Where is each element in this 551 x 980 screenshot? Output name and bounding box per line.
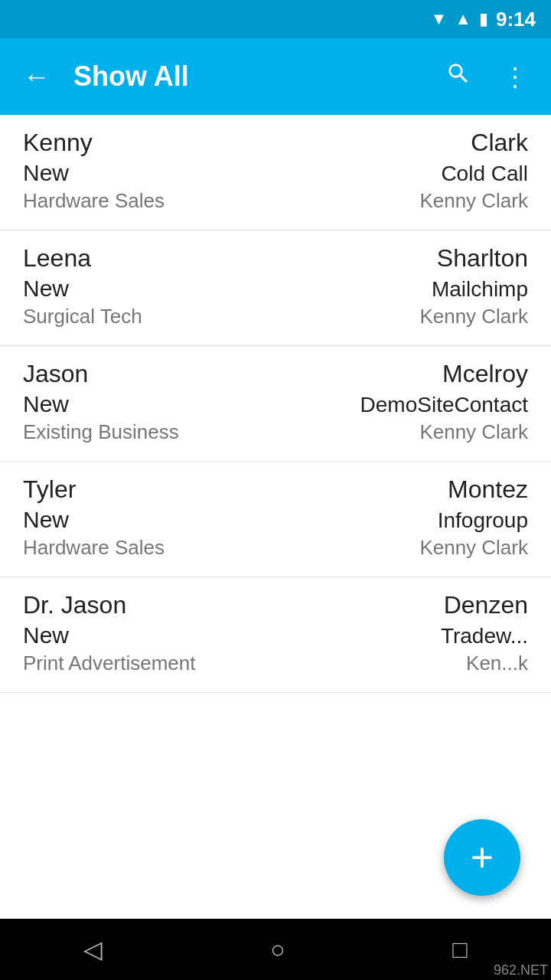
contact-status: New [23,507,69,533]
contact-last-name: Mcelroy [442,360,528,388]
battery-icon: ▮ [479,9,488,29]
contacts-list: Kenny Clark New Cold Call Hardware Sales… [0,115,551,919]
contact-status: New [23,391,69,417]
contact-owner: Kenny Clark [419,305,528,328]
fab-add-button[interactable]: + [444,819,520,896]
contact-status: New [23,160,69,186]
contact-item[interactable]: Tyler Montez New Infogroup Hardware Sale… [0,462,551,577]
wifi-icon: ▼ [430,9,447,29]
contact-owner: Ken...k [466,652,528,675]
search-button[interactable] [438,53,479,100]
contact-first-name: Tyler [23,475,76,504]
contact-category: Print Advertisement [23,652,195,675]
contact-source: Cold Call [441,162,528,186]
status-time: 9:14 [496,8,536,31]
contact-status: New [23,622,69,648]
status-bar: ▼ ▲ ▮ 9:14 [0,0,551,38]
contact-source: Mailchimp [432,277,528,302]
contact-category: Existing Business [23,420,179,444]
nav-recent-button[interactable]: □ [429,928,490,972]
nav-home-button[interactable]: ○ [247,928,308,972]
contact-item[interactable]: Jason Mcelroy New DemoSiteContact Existi… [0,346,551,462]
contact-first-name: Dr. Jason [23,591,126,619]
contact-owner: Kenny Clark [419,420,528,444]
status-icons: ▼ ▲ ▮ 9:14 [430,8,536,31]
back-button[interactable]: ← [15,53,58,100]
contact-first-name: Leena [23,244,91,273]
contact-last-name: Clark [471,129,528,157]
contact-last-name: Montez [448,475,528,504]
contact-item[interactable]: Leena Sharlton New Mailchimp Surgical Te… [0,230,551,346]
contact-category: Surgical Tech [23,305,142,328]
watermark: 962.NET [494,962,548,978]
contact-first-name: Kenny [23,129,93,157]
contact-source: Tradew... [441,624,528,648]
signal-icon: ▲ [455,9,471,29]
nav-back-button[interactable]: ◁ [60,927,126,972]
contact-category: Hardware Sales [23,536,165,560]
fab-plus-icon: + [471,838,494,877]
contact-source: Infogroup [438,508,528,533]
contact-first-name: Jason [23,360,88,388]
bottom-nav: ◁ ○ □ [0,919,551,980]
contact-item[interactable]: Dr. Jason Denzen New Tradew... Print Adv… [0,577,551,693]
app-bar: ← Show All ⋮ [0,38,551,115]
contact-status: New [23,276,69,302]
contact-owner: Kenny Clark [419,536,528,560]
contact-last-name: Sharlton [437,244,528,273]
contact-last-name: Denzen [444,591,528,619]
contact-source: DemoSiteContact [360,393,528,417]
contact-item[interactable]: Kenny Clark New Cold Call Hardware Sales… [0,115,551,230]
contact-category: Hardware Sales [23,189,165,213]
contact-owner: Kenny Clark [419,189,528,213]
more-options-button[interactable]: ⋮ [494,54,536,100]
app-bar-title: Show All [73,60,422,93]
